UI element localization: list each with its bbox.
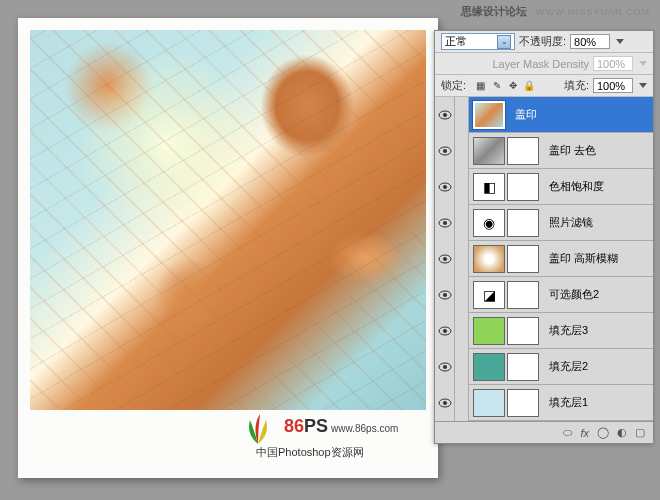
mask-icon[interactable]: ◯	[597, 426, 609, 439]
thumbs	[469, 137, 543, 165]
blend-row: 正常 ⌄ 不透明度: 80%	[435, 31, 653, 53]
svg-point-17	[443, 401, 447, 405]
thumbs	[469, 317, 543, 345]
thumbs	[469, 389, 543, 417]
adjustment-icon[interactable]: ◐	[617, 426, 627, 439]
layer-name[interactable]: 填充层2	[549, 359, 588, 374]
visibility-toggle[interactable]	[435, 133, 455, 169]
logo-mark	[238, 406, 278, 446]
link-cell	[455, 313, 469, 349]
logo-url: www.86ps.com	[331, 423, 398, 434]
thumbs	[469, 101, 509, 129]
svg-point-15	[443, 365, 447, 369]
logo-text: 86PS www.86ps.com	[284, 416, 398, 437]
link-cell	[455, 349, 469, 385]
folder-icon[interactable]: ▢	[635, 426, 645, 439]
link-cell	[455, 205, 469, 241]
layer-thumb	[473, 389, 505, 417]
mask-thumb	[507, 281, 539, 309]
logo-suffix: PS	[304, 416, 328, 436]
layer-name[interactable]: 盖印 高斯模糊	[549, 251, 618, 266]
thumbs: ◧	[469, 173, 543, 201]
mask-thumb	[507, 317, 539, 345]
blend-mode-value: 正常	[445, 34, 467, 49]
svg-point-5	[443, 185, 447, 189]
lock-paint-icon[interactable]: ✎	[490, 79, 503, 92]
layer-row[interactable]: 盖印 高斯模糊	[435, 241, 653, 277]
lock-row: 锁定: ▦ ✎ ✥ 🔒 填充: 100%	[435, 75, 653, 97]
layer-row[interactable]: ◪可选颜色2	[435, 277, 653, 313]
visibility-toggle[interactable]	[435, 97, 455, 133]
mask-thumb	[507, 389, 539, 417]
layer-row[interactable]: 填充层3	[435, 313, 653, 349]
layer-thumb	[473, 245, 505, 273]
layers-panel: 正常 ⌄ 不透明度: 80% Layer Mask Density 100% 锁…	[434, 30, 654, 444]
svg-point-3	[443, 149, 447, 153]
layer-thumb	[473, 317, 505, 345]
visibility-toggle[interactable]	[435, 205, 455, 241]
lock-all-icon[interactable]: 🔒	[522, 79, 535, 92]
thumbs	[469, 353, 543, 381]
adjustment-thumb: ◪	[473, 281, 505, 309]
svg-point-11	[443, 293, 447, 297]
layer-row[interactable]: ◧色相饱和度	[435, 169, 653, 205]
lock-position-icon[interactable]: ✥	[506, 79, 519, 92]
adjustment-thumb: ◉	[473, 209, 505, 237]
link-layers-icon[interactable]: ⬭	[563, 426, 572, 439]
mask-slider-icon	[639, 61, 647, 66]
layer-name[interactable]: 可选颜色2	[549, 287, 599, 302]
fill-label: 填充:	[564, 78, 589, 93]
blend-mode-select[interactable]: 正常 ⌄	[441, 33, 515, 50]
lock-label: 锁定:	[441, 78, 466, 93]
opacity-slider-icon[interactable]	[616, 39, 624, 44]
svg-point-13	[443, 329, 447, 333]
thumbs	[469, 245, 543, 273]
layers-bottombar: ⬭ fx ◯ ◐ ▢	[435, 421, 653, 443]
visibility-toggle[interactable]	[435, 241, 455, 277]
layer-name[interactable]: 盖印	[515, 107, 537, 122]
layer-row[interactable]: 填充层1	[435, 385, 653, 421]
opacity-input[interactable]: 80%	[570, 34, 610, 49]
lock-transparency-icon[interactable]: ▦	[474, 79, 487, 92]
thumbs: ◉	[469, 209, 543, 237]
mask-thumb	[507, 137, 539, 165]
visibility-toggle[interactable]	[435, 313, 455, 349]
watermark-title: 思缘设计论坛	[461, 5, 527, 17]
layer-name[interactable]: 色相饱和度	[549, 179, 604, 194]
layer-name[interactable]: 填充层3	[549, 323, 588, 338]
logo: 86PS www.86ps.com	[238, 406, 398, 446]
opacity-label: 不透明度:	[519, 34, 566, 49]
visibility-toggle[interactable]	[435, 349, 455, 385]
link-cell	[455, 241, 469, 277]
thumbs: ◪	[469, 281, 543, 309]
fx-icon[interactable]: fx	[580, 427, 589, 439]
layer-thumb	[473, 101, 505, 129]
visibility-toggle[interactable]	[435, 277, 455, 313]
link-cell	[455, 169, 469, 205]
chevron-down-icon: ⌄	[497, 35, 511, 49]
layer-row[interactable]: 盖印 去色	[435, 133, 653, 169]
fill-slider-icon[interactable]	[639, 83, 647, 88]
mask-density-label: Layer Mask Density	[492, 58, 589, 70]
layer-row[interactable]: 填充层2	[435, 349, 653, 385]
canvas-photo[interactable]	[30, 30, 426, 410]
layer-name[interactable]: 填充层1	[549, 395, 588, 410]
layer-thumb	[473, 353, 505, 381]
link-cell	[455, 277, 469, 313]
photo-frame: 86PS www.86ps.com 中国Photoshop资源网	[18, 18, 438, 478]
logo-brand: 86	[284, 416, 304, 436]
layer-name[interactable]: 照片滤镜	[549, 215, 593, 230]
visibility-toggle[interactable]	[435, 385, 455, 421]
svg-point-9	[443, 257, 447, 261]
mask-thumb	[507, 209, 539, 237]
layer-name[interactable]: 盖印 去色	[549, 143, 596, 158]
visibility-toggle[interactable]	[435, 169, 455, 205]
fill-input[interactable]: 100%	[593, 78, 633, 93]
mask-density-input: 100%	[593, 56, 633, 71]
mask-density-row: Layer Mask Density 100%	[435, 53, 653, 75]
layer-row[interactable]: ◉照片滤镜	[435, 205, 653, 241]
mask-thumb	[507, 173, 539, 201]
layer-row[interactable]: 盖印	[435, 97, 653, 133]
watermark-url: WWW.MISSYUAN.COM	[536, 7, 650, 17]
mask-thumb	[507, 353, 539, 381]
